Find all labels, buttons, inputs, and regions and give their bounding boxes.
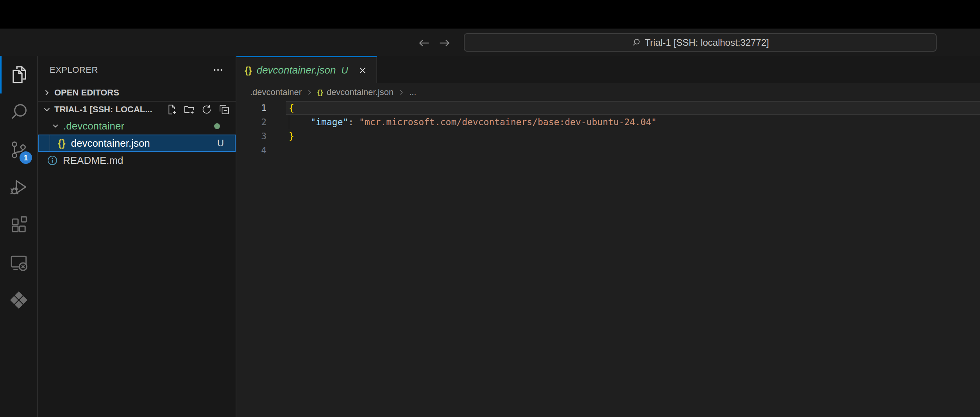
window-title: Trial-1 [SSH: localhost:32772] [645, 37, 769, 48]
vscode-window: Trial-1 [SSH: localhost:32772] [0, 0, 980, 417]
refresh-icon [201, 104, 212, 115]
folder-name: .devcontainer [63, 120, 124, 132]
activity-run-debug[interactable] [0, 169, 37, 206]
tree-item-devcontainer-json[interactable]: {} devcontainer.json U [38, 135, 236, 152]
new-file-icon [166, 104, 177, 115]
modified-dot-badge [214, 123, 220, 129]
tab-git-untracked-badge: U [342, 65, 348, 76]
workspace-section[interactable]: TRIAL-1 [SSH: LOCAL... [38, 101, 236, 117]
collapse-folders-button[interactable] [219, 104, 230, 115]
git-untracked-badge: U [217, 138, 224, 149]
line-number[interactable]: 2 [236, 115, 266, 129]
scm-changes-badge: 1 [20, 151, 32, 164]
explorer-sidebar: EXPLORER OPEN EDITORS TRIAL-1 [SSH: LOCA… [38, 56, 236, 417]
code-text: } [289, 129, 294, 143]
containers-icon [9, 290, 29, 310]
line-number[interactable]: 3 [236, 129, 266, 143]
code-editor[interactable]: 1 { 2 "image": "mcr.microsoft.com/devcon… [236, 101, 980, 157]
tree-item-devcontainer-folder[interactable]: .devcontainer [38, 117, 236, 135]
ellipsis-icon [212, 64, 224, 76]
tab-devcontainer-json[interactable]: {} devcontainer.json U [236, 56, 377, 83]
workspace-label: TRIAL-1 [SSH: LOCAL... [54, 104, 166, 115]
extensions-icon [9, 215, 29, 235]
activity-containers[interactable] [0, 281, 37, 319]
info-icon [47, 155, 58, 166]
navigate-forward-button[interactable] [436, 34, 453, 52]
open-editors-section[interactable]: OPEN EDITORS [38, 84, 236, 101]
search-icon [631, 38, 641, 47]
macos-menubar-strip [0, 0, 980, 29]
new-file-button[interactable] [166, 104, 177, 115]
new-folder-icon [184, 104, 195, 115]
close-icon [358, 65, 368, 75]
code-line[interactable]: 2 "image": "mcr.microsoft.com/devcontain… [236, 115, 980, 129]
refresh-button[interactable] [201, 104, 212, 115]
file-name: devcontainer.json [71, 137, 150, 149]
views-and-more-actions-button[interactable] [212, 64, 224, 76]
collapse-all-icon [219, 104, 230, 115]
line-number[interactable]: 4 [236, 143, 266, 157]
tab-close-button[interactable] [358, 65, 368, 75]
json-file-icon: {} [317, 88, 323, 97]
code-line[interactable]: 4 [236, 143, 980, 157]
file-tree: .devcontainer {} devcontainer.json U [38, 117, 236, 169]
json-file-icon: {} [245, 65, 252, 76]
breadcrumb-folder[interactable]: .devcontainer [250, 87, 302, 97]
code-line[interactable]: 1 { [236, 101, 980, 115]
json-file-icon: {} [58, 138, 65, 149]
arrow-left-icon [417, 36, 431, 50]
tab-title: devcontainer.json [257, 64, 336, 76]
editor-group: {} devcontainer.json U .devcontainer {} [236, 56, 980, 417]
search-icon [9, 102, 29, 122]
breadcrumb-symbol[interactable]: ... [409, 87, 416, 97]
code-line[interactable]: 3 } [236, 129, 980, 143]
chevron-right-icon [305, 88, 314, 97]
file-name: README.md [63, 155, 123, 167]
chevron-down-icon [51, 121, 60, 131]
breadcrumb: .devcontainer {} devcontainer.json ... [236, 83, 980, 101]
navigate-back-button[interactable] [415, 34, 433, 52]
command-center-search[interactable]: Trial-1 [SSH: localhost:32772] [464, 33, 937, 52]
files-icon [9, 65, 29, 84]
activity-remote-explorer[interactable] [0, 244, 37, 281]
code-text: { [289, 101, 294, 115]
chevron-down-icon [42, 104, 52, 115]
code-text: "image": "mcr.microsoft.com/devcontainer… [289, 115, 657, 129]
breadcrumb-file[interactable]: devcontainer.json [327, 87, 393, 97]
run-debug-icon [9, 178, 29, 197]
tree-indent-guide [50, 135, 50, 152]
chevron-right-icon [397, 88, 406, 97]
title-bar: Trial-1 [SSH: localhost:32772] [0, 29, 980, 56]
new-folder-button[interactable] [184, 104, 195, 115]
activity-extensions[interactable] [0, 206, 37, 244]
tree-item-readme[interactable]: README.md [38, 152, 236, 169]
sidebar-title: EXPLORER [50, 65, 98, 75]
activity-bar: 1 [0, 56, 38, 417]
open-editors-label: OPEN EDITORS [54, 88, 119, 98]
activity-search[interactable] [0, 93, 37, 131]
line-number[interactable]: 1 [236, 101, 266, 115]
tab-bar: {} devcontainer.json U [236, 56, 980, 83]
chevron-right-icon [42, 88, 52, 98]
arrow-right-icon [438, 36, 452, 50]
remote-explorer-icon [9, 253, 29, 272]
activity-source-control[interactable]: 1 [0, 131, 37, 169]
activity-explorer[interactable] [0, 56, 37, 93]
indent-guide [289, 115, 289, 129]
